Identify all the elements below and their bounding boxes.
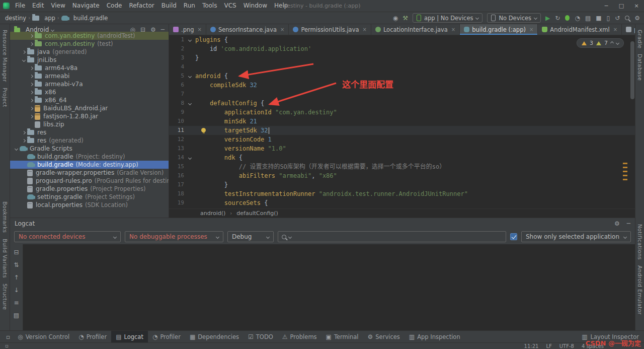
print-icon[interactable]: ▤ (14, 312, 19, 318)
device-selector-dropdown[interactable]: No Devices (487, 13, 541, 23)
settings-icon[interactable]: ⚙ (634, 15, 640, 21)
status-lf[interactable]: LF (546, 343, 551, 349)
tool-stripe-database[interactable]: Database (637, 54, 643, 81)
tab-permissionutils-java[interactable]: PermissionUtils.java× (289, 24, 371, 35)
tree-item-local-properties-sdk-location[interactable]: local.properties(SDK Location) (10, 201, 169, 209)
tree-item-armeabi-v7a[interactable]: armeabi-v7a (10, 80, 169, 88)
device-manager-icon[interactable]: ▯ (607, 15, 610, 21)
menu-run[interactable]: Run (180, 0, 199, 12)
chevron-right-icon[interactable] (22, 138, 25, 142)
tool-stripe-build-variants[interactable]: Build Variants (2, 239, 8, 278)
run-configuration-dropdown[interactable]: app | No Devices (413, 13, 482, 23)
gear-icon[interactable]: ⚙ (614, 221, 620, 227)
inspection-widget[interactable]: 3 7 (577, 38, 624, 48)
fold-icon[interactable] (188, 156, 191, 159)
show-only-dropdown[interactable]: Show only selected application (521, 231, 631, 242)
status-utf-8[interactable]: UTF-8 (559, 343, 574, 349)
tree-item-libs-zip[interactable]: libs.zip (10, 120, 169, 128)
chevron-right-icon[interactable] (29, 74, 33, 78)
tree-item-res-generated[interactable]: res(generated) (10, 136, 169, 145)
tab-build-gradle-app[interactable]: build.gradle (:app)× (460, 24, 538, 35)
tab-png[interactable]: .png× (169, 24, 206, 35)
logcat-search-input[interactable] (278, 231, 506, 242)
breadcrumb-app[interactable]: app (31, 15, 56, 22)
breadcrumb-build-gradle[interactable]: build.gradle (60, 15, 109, 22)
chevron-right-icon[interactable] (29, 82, 33, 86)
tree-item-com-yan-destiny-androidtest[interactable]: com.yan.destiny(androidTest) (10, 32, 169, 40)
breadcrumb-android[interactable]: android() (200, 210, 225, 217)
tree-item-gradle-wrapper-properties-gradle-version[interactable]: gradle-wrapper.properties(Gradle Version… (10, 169, 169, 177)
tool-window-tab-app-inspection[interactable]: ▥App Inspection (405, 331, 465, 342)
menu-window[interactable]: Window (240, 0, 271, 12)
close-icon[interactable]: × (613, 27, 617, 32)
debug-icon[interactable] (565, 15, 570, 21)
menu-code[interactable]: Code (103, 0, 126, 12)
tree-item-baidulbs-android-jar[interactable]: BaiduLBS_Android.jar (10, 104, 169, 112)
apply-changes-icon[interactable]: ↻ (555, 15, 560, 21)
tool-stripe-notifications[interactable]: Notifications (637, 224, 643, 260)
menu-refactor[interactable]: Refactor (125, 0, 157, 12)
previous-issue-button[interactable] (610, 41, 614, 45)
coverage-icon[interactable]: ▤ (585, 15, 591, 21)
close-icon[interactable]: × (529, 27, 533, 32)
minimize-button[interactable]: ─ (599, 0, 614, 12)
chevron-down-icon[interactable] (22, 58, 25, 61)
clear-icon[interactable]: ⊟ (14, 249, 19, 255)
menu-build[interactable]: Build (158, 0, 180, 12)
status-icon[interactable]: ▫ (5, 343, 9, 348)
tab-proguard-rules-pro[interactable]: proguard-rules.pro× (622, 24, 635, 35)
search-icon[interactable] (625, 16, 629, 20)
chevron-right-icon[interactable] (29, 114, 33, 118)
close-icon[interactable]: × (198, 27, 202, 32)
tree-item-gradle-properties-project-properties[interactable]: gradle.properties(Project Properties) (10, 185, 169, 193)
tab-androidmanifest-xml[interactable]: AndroidManifest.xml× (538, 24, 622, 35)
tool-window-tab-version-control[interactable]: ◎Version Control (13, 331, 74, 342)
close-icon[interactable]: × (451, 27, 455, 32)
sync-icon[interactable]: ↺ (615, 15, 620, 21)
chevron-right-icon[interactable] (29, 90, 33, 94)
tool-stripe-resource-manager[interactable]: Resource Manager (2, 30, 8, 82)
view-options-icon[interactable]: ≡ (14, 300, 19, 306)
profile-icon[interactable]: ◔ (575, 15, 580, 21)
code-editor[interactable]: 1plugins {2 id 'com.android.application'… (169, 35, 635, 208)
error-stripe-mark[interactable] (623, 163, 627, 164)
tab-locationinterface-java[interactable]: LocationInterface.java× (371, 24, 460, 35)
run-icon[interactable]: ▶ (545, 15, 550, 21)
chevron-right-icon[interactable] (22, 50, 25, 53)
menu-navigate[interactable]: Navigate (69, 0, 103, 12)
chevron-right-icon[interactable] (22, 130, 25, 134)
soft-wrap-icon[interactable]: ⇅ (14, 262, 19, 268)
tool-stripe-structure[interactable]: Structure (2, 284, 8, 310)
menu-edit[interactable]: Edit (29, 0, 47, 12)
logcat-filter-checkbox[interactable] (510, 233, 517, 240)
tool-window-tab-todo[interactable]: ☑TODO (244, 331, 278, 342)
menu-tools[interactable]: Tools (199, 0, 221, 12)
fold-icon[interactable] (188, 74, 191, 78)
stop-icon[interactable]: ■ (596, 15, 601, 21)
tab-sensorinstance-java[interactable]: SensorInstance.java× (206, 24, 289, 35)
status-11-21[interactable]: 11:21 (524, 343, 539, 349)
tool-window-tab-profiler[interactable]: ◔Profiler (74, 331, 111, 342)
tree-item-settings-gradle-project-settings[interactable]: settings.gradle(Project Settings) (10, 193, 169, 201)
tree-item-armeabi[interactable]: armeabi (10, 72, 169, 80)
tool-window-tab-dependencies[interactable]: ▦Dependencies (185, 331, 244, 342)
menu-file[interactable]: File (12, 0, 29, 12)
tool-window-tab-terminal[interactable]: ▣Terminal (321, 331, 363, 342)
tool-stripe-android-emulator[interactable]: Android Emulator (637, 265, 643, 315)
breadcrumb-defaultconfig[interactable]: defaultConfig() (236, 210, 278, 217)
log-level-dropdown[interactable]: Debug (227, 231, 274, 242)
scroll-up-icon[interactable]: ↑ (14, 274, 19, 281)
tree-item-arm64-v8a[interactable]: arm64-v8a (10, 64, 169, 72)
close-button[interactable]: × (629, 0, 644, 12)
hammer-icon[interactable]: ⚒ (403, 15, 408, 21)
tree-item-res[interactable]: res (10, 128, 169, 136)
close-icon[interactable]: × (363, 27, 367, 32)
process-filter-dropdown[interactable]: No debuggable processes (125, 231, 223, 242)
breadcrumb-destiny[interactable]: destiny (4, 15, 27, 22)
tool-stripe-project[interactable]: Project (2, 88, 8, 107)
editor-scrollbar[interactable] (630, 41, 634, 99)
tree-item-java-generated[interactable]: java(generated) (10, 48, 169, 56)
tree-item-gradle-scripts[interactable]: Gradle Scripts (10, 145, 169, 153)
tool-stripe-gradle[interactable]: Gradle (637, 30, 643, 48)
user-icon[interactable]: ◉ (393, 15, 398, 21)
